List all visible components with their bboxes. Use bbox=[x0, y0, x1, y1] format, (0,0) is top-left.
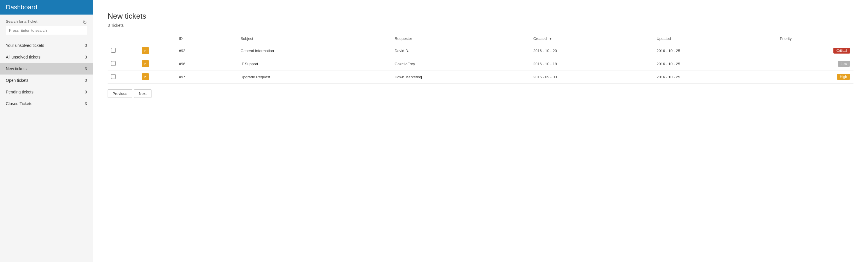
ticket-type-icon: n bbox=[142, 47, 149, 54]
th-id: ID bbox=[175, 33, 237, 44]
tickets-table: ID Subject Requester Created ▼ Updated P… bbox=[107, 33, 854, 84]
sidebar-item-new-tickets[interactable]: New tickets 3 bbox=[0, 63, 93, 75]
nav-item-label: Your unsolved tickets bbox=[6, 43, 44, 48]
row-subject: Upgrade Request bbox=[237, 70, 391, 84]
sidebar-item-closed-tickets[interactable]: Closed Tickets 3 bbox=[0, 98, 93, 110]
row-subject: IT Support bbox=[237, 57, 391, 70]
row-id: #96 bbox=[175, 57, 237, 70]
main-content: New tickets 3 Tickets ID Subject Request… bbox=[93, 0, 868, 262]
row-checkbox-cell bbox=[107, 44, 138, 57]
th-check bbox=[107, 33, 138, 44]
ticket-type-icon: n bbox=[142, 74, 149, 80]
row-created: 2016 - 10 - 18 bbox=[530, 57, 653, 70]
row-priority: Critical bbox=[776, 44, 854, 57]
row-updated: 2016 - 10 - 25 bbox=[653, 57, 776, 70]
nav-item-count: 0 bbox=[85, 78, 87, 83]
row-id: #97 bbox=[175, 70, 237, 84]
priority-badge: High bbox=[837, 74, 850, 80]
sidebar: Dashboard ↻ Search for a Ticket Your uns… bbox=[0, 0, 93, 262]
row-subject: General Information bbox=[237, 44, 391, 57]
sort-arrow-created: ▼ bbox=[549, 37, 552, 40]
sidebar-item-pending-tickets[interactable]: Pending tickets 0 bbox=[0, 86, 93, 98]
row-icon-cell: n bbox=[138, 57, 175, 70]
row-icon-cell: n bbox=[138, 70, 175, 84]
previous-button[interactable]: Previous bbox=[107, 89, 132, 98]
nav-item-label: Open tickets bbox=[6, 78, 29, 83]
table-row: n #96 IT Support GazellaFroy 2016 - 10 -… bbox=[107, 57, 854, 70]
th-requester: Requester bbox=[391, 33, 530, 44]
row-checkbox[interactable] bbox=[111, 74, 116, 79]
row-updated: 2016 - 10 - 25 bbox=[653, 70, 776, 84]
th-created[interactable]: Created ▼ bbox=[530, 33, 653, 44]
row-updated: 2016 - 10 - 25 bbox=[653, 44, 776, 57]
row-requester: David B. bbox=[391, 44, 530, 57]
row-priority: Low bbox=[776, 57, 854, 70]
row-requester: GazellaFroy bbox=[391, 57, 530, 70]
sidebar-item-all-unsolved[interactable]: All unsolved tickets 3 bbox=[0, 51, 93, 63]
th-subject: Subject bbox=[237, 33, 391, 44]
row-requester: Down Marketing bbox=[391, 70, 530, 84]
tickets-tbody: n #92 General Information David B. 2016 … bbox=[107, 44, 854, 84]
nav-item-count: 3 bbox=[85, 55, 87, 59]
nav-item-count: 0 bbox=[85, 90, 87, 94]
next-button[interactable]: Next bbox=[134, 89, 152, 98]
th-priority: Priority bbox=[776, 33, 854, 44]
nav-item-count: 0 bbox=[85, 43, 87, 48]
row-icon-cell: n bbox=[138, 44, 175, 57]
nav-item-count: 3 bbox=[85, 101, 87, 106]
row-id: #92 bbox=[175, 44, 237, 57]
row-created: 2016 - 10 - 20 bbox=[530, 44, 653, 57]
th-icon bbox=[138, 33, 175, 44]
pagination: Previous Next bbox=[107, 89, 854, 98]
ticket-count: 3 Tickets bbox=[107, 23, 854, 28]
table-row: n #97 Upgrade Request Down Marketing 201… bbox=[107, 70, 854, 84]
row-checkbox[interactable] bbox=[111, 48, 116, 53]
search-label: Search for a Ticket bbox=[6, 19, 87, 24]
ticket-type-icon: n bbox=[142, 60, 149, 67]
row-priority: High bbox=[776, 70, 854, 84]
row-checkbox-cell bbox=[107, 70, 138, 84]
refresh-icon[interactable]: ↻ bbox=[83, 19, 87, 26]
nav-item-label: All unsolved tickets bbox=[6, 55, 40, 59]
table-row: n #92 General Information David B. 2016 … bbox=[107, 44, 854, 57]
search-section: ↻ Search for a Ticket bbox=[0, 14, 93, 37]
section-title: New tickets bbox=[107, 12, 854, 21]
th-updated: Updated bbox=[653, 33, 776, 44]
sidebar-nav: Your unsolved tickets 0 All unsolved tic… bbox=[0, 39, 93, 110]
nav-item-label: Pending tickets bbox=[6, 90, 33, 94]
row-checkbox-cell bbox=[107, 57, 138, 70]
sidebar-item-open-tickets[interactable]: Open tickets 0 bbox=[0, 75, 93, 86]
search-input[interactable] bbox=[6, 26, 87, 35]
sidebar-item-your-unsolved[interactable]: Your unsolved tickets 0 bbox=[0, 39, 93, 51]
priority-badge: Low bbox=[838, 61, 850, 67]
nav-item-label: New tickets bbox=[6, 66, 27, 71]
nav-item-count: 3 bbox=[85, 66, 87, 71]
row-created: 2016 - 09 - 03 bbox=[530, 70, 653, 84]
dashboard-title: Dashboard bbox=[0, 0, 93, 14]
nav-item-label: Closed Tickets bbox=[6, 101, 32, 106]
row-checkbox[interactable] bbox=[111, 61, 116, 66]
priority-badge: Critical bbox=[833, 48, 850, 54]
table-header-row: ID Subject Requester Created ▼ Updated P… bbox=[107, 33, 854, 44]
